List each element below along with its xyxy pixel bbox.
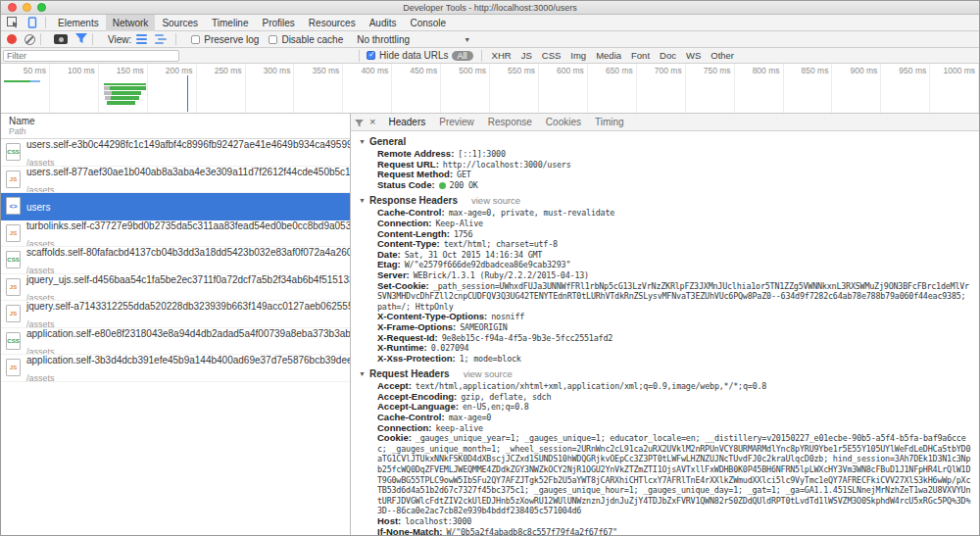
hide-data-urls-label[interactable]: Hide data URLs	[379, 50, 449, 61]
tab-preview[interactable]: Preview	[432, 117, 481, 127]
hide-data-urls-checkbox[interactable]	[367, 51, 375, 60]
tab-cookies[interactable]: Cookies	[539, 117, 588, 127]
filter-type-doc[interactable]: Doc	[660, 50, 676, 61]
name-column-header[interactable]: Name	[9, 116, 350, 126]
tab-timeline[interactable]: Timeline	[205, 15, 255, 31]
view-source-link[interactable]: view source	[471, 195, 520, 206]
filmstrip-icon[interactable]	[54, 34, 68, 44]
ruler-tick: 550 ms	[490, 64, 539, 113]
request-path: /assets	[26, 293, 55, 301]
close-icon[interactable]: ×	[369, 117, 375, 127]
record-button[interactable]	[7, 34, 17, 44]
view-large-rows-icon[interactable]	[136, 34, 147, 45]
details-tabbar: × Headers Preview Response Cookies Timin…	[351, 114, 979, 131]
disable-cache-checkbox[interactable]	[269, 35, 277, 44]
path-column-header[interactable]: Path	[9, 126, 350, 136]
header-line: X-Runtime:0.027094	[377, 343, 971, 354]
filter-type-media[interactable]: Media	[596, 50, 621, 61]
table-row[interactable]: CSS application.self-e80e8f2318043e8a94d…	[1, 328, 350, 356]
ruler-tick: 800 ms	[735, 64, 784, 113]
general-section-title[interactable]: ▼ General	[359, 136, 971, 147]
ruler-tick: 850 ms	[784, 64, 833, 113]
network-overview[interactable]: 50 ms 100 ms 150 ms 200 ms 250 ms 300 ms…	[1, 64, 979, 114]
tab-headers[interactable]: Headers	[381, 117, 432, 127]
filter-type-font[interactable]: Font	[631, 50, 650, 61]
filter-all-pill[interactable]: All	[452, 51, 473, 61]
filter-type-js[interactable]: JS	[521, 50, 532, 61]
throttling-select[interactable]: No throttling ▼	[357, 34, 470, 45]
header-line: Accept:text/html,application/xhtml+xml,a…	[377, 381, 971, 392]
request-name: application.self-3b3d4dcb391efe45b9a144b…	[26, 355, 350, 365]
header-line: Set-Cookie:_path_session=UWhxdFUJa3UNNWf…	[377, 281, 971, 313]
header-line: Cache-Control:max-age=0, private, must-r…	[377, 208, 971, 219]
divider	[45, 17, 46, 28]
preserve-log-label[interactable]: Preserve log	[204, 34, 259, 45]
request-name: jquery_ujs.self-d456baa54c1fa5be2ec3711f…	[26, 274, 350, 285]
header-line: Cache-Control:max-age=0	[377, 413, 971, 423]
table-row[interactable]: CSS scaffolds.self-80fafacbd4137cb04b3dd…	[1, 247, 350, 274]
response-headers-section-title[interactable]: ▼ Response Headers view source	[359, 195, 971, 206]
waterfall-bar	[111, 96, 139, 100]
table-row[interactable]: JS turbolinks.self-c37727e9bd0b2735da5c3…	[1, 220, 350, 248]
header-line: Request URL:http://localhost:3000/users	[377, 160, 971, 171]
disable-cache-label[interactable]: Disable cache	[281, 34, 343, 45]
tab-profiles[interactable]: Profiles	[255, 15, 301, 31]
preserve-log-checkbox[interactable]	[191, 35, 200, 44]
filter-type-css[interactable]: CSS	[542, 50, 562, 61]
tab-sources[interactable]: Sources	[155, 15, 205, 31]
throttling-value: No throttling	[357, 34, 410, 45]
filter-row: Hide data URLs All XHR JS CSS Img Media …	[1, 48, 979, 64]
tab-audits[interactable]: Audits	[363, 15, 404, 31]
device-mode-icon[interactable]	[24, 17, 40, 29]
ruler-tick: 700 ms	[637, 64, 686, 113]
triangle-down-icon: ▼	[359, 370, 366, 377]
ruler-tick: 650 ms	[588, 64, 637, 113]
ruler-tick: 1000 ms	[930, 64, 979, 113]
ruler-tick: 300 ms	[246, 64, 295, 113]
tab-response[interactable]: Response	[481, 117, 539, 127]
ruler-tick: 50 ms	[1, 64, 50, 113]
view-source-link[interactable]: view source	[464, 368, 513, 379]
table-row[interactable]: JS jquery.self-a7143312255dda520228db323…	[1, 301, 350, 328]
ruler-tick: 750 ms	[686, 64, 735, 113]
js-file-icon: JS	[6, 305, 21, 322]
network-toolbar: View: Preserve log Disable cache No thro…	[1, 31, 979, 48]
clear-button[interactable]	[24, 34, 35, 45]
header-line: X-Request-Id:9e8eb15c-f94a-4f5a-9b3e-5fc…	[377, 333, 971, 344]
table-row[interactable]: JS application.self-3b3d4dcb391efe45b9a1…	[1, 355, 350, 382]
tab-console[interactable]: Console	[403, 15, 453, 31]
table-row[interactable]: CSS users.self-e3b0c44298fc1c149afbf4c89…	[1, 139, 350, 167]
request-name: users.self-e3b0c44298fc1c149afbf4c8996fb…	[26, 139, 350, 150]
header-line: Etag:W/"e2579f666de92dbadcea86e9cab3293"	[377, 260, 971, 270]
tab-timing[interactable]: Timing	[588, 117, 631, 127]
divider	[40, 33, 41, 45]
status-ok-icon	[439, 182, 446, 189]
filter-funnel-icon[interactable]	[75, 33, 87, 46]
js-file-icon: JS	[6, 224, 21, 242]
header-line: Status Code:200 OK	[377, 180, 971, 191]
details-funnel-icon[interactable]	[355, 114, 364, 131]
js-file-icon: JS	[6, 171, 21, 188]
tab-elements[interactable]: Elements	[51, 15, 106, 31]
view-timeline-icon[interactable]	[155, 34, 167, 45]
filter-type-xhr[interactable]: XHR	[492, 50, 512, 61]
request-name: users.self-877aef30ae1b040ab8a3aba4e3e30…	[26, 167, 350, 177]
table-row[interactable]: JS users.self-877aef30ae1b040ab8a3aba4e3…	[1, 167, 350, 194]
filter-type-other[interactable]: Other	[710, 50, 734, 61]
table-row-selected[interactable]: <> users	[1, 193, 350, 220]
inspect-element-icon[interactable]	[5, 17, 21, 29]
table-row[interactable]: JS jquery_ujs.self-d456baa54c1fa5be2ec37…	[1, 274, 350, 302]
request-list-header[interactable]: Name Path	[1, 114, 350, 139]
header-line: If-None-Match:W/"0b5a2f4abadb8c8c557f79f…	[377, 527, 971, 535]
devtools-window: Developer Tools - http://localhost:3000/…	[0, 0, 980, 536]
headers-panel: ▼ General Remote Address:[::1]:3000 Requ…	[351, 131, 979, 535]
tab-resources[interactable]: Resources	[302, 15, 363, 31]
request-headers-section-title[interactable]: ▼ Request Headers view source	[359, 368, 971, 379]
header-line: X-Xss-Protection:1; mode=block	[377, 354, 971, 365]
filter-input[interactable]	[3, 50, 179, 62]
request-details-pane: × Headers Preview Response Cookies Timin…	[351, 114, 979, 535]
filter-type-ws[interactable]: WS	[686, 50, 701, 61]
filter-type-img[interactable]: Img	[570, 50, 586, 61]
tab-network[interactable]: Network	[106, 15, 156, 31]
waterfall-bar	[4, 80, 30, 82]
